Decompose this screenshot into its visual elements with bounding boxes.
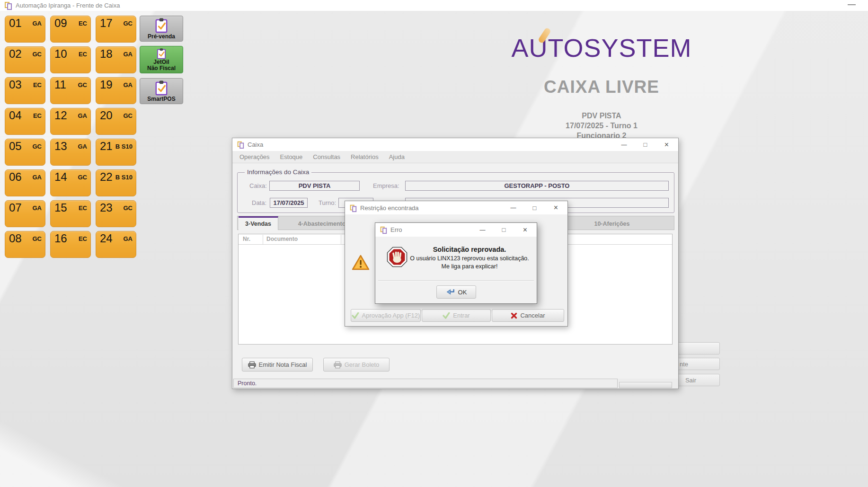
caixa-field-value: PDV PISTA	[299, 182, 331, 189]
side-button-label: JetOil Não Fiscal	[147, 59, 176, 71]
desktop: Automação Ipiranga - Frente de Caixa 01G…	[0, 0, 868, 487]
empresa-field[interactable]: GESTORAPP - POSTO	[405, 181, 669, 191]
menu-item-ajuda[interactable]: Ajuda	[384, 151, 410, 162]
pump-fuel-code: EC	[79, 235, 87, 242]
erro-message: Solicitação reprovada. O usuário LINX123…	[405, 246, 534, 270]
data-field[interactable]: 17/07/2025	[270, 198, 308, 208]
pump-number: 15	[54, 201, 67, 214]
pump-button[interactable]: 09EC	[50, 16, 91, 43]
pump-fuel-code: GA	[124, 235, 133, 242]
pump-number: 07	[9, 201, 22, 214]
pump-fuel-code: GC	[78, 174, 88, 181]
data-field-value: 17/07/2025	[273, 199, 304, 206]
caixa-field[interactable]: PDV PISTA	[269, 181, 360, 191]
app-title: Automação Ipiranga - Frente de Caixa	[16, 2, 120, 9]
pump-number: 12	[54, 109, 67, 122]
pump-button[interactable]: 19GA	[96, 77, 136, 104]
emitir-label: Emitir Nota Fiscal	[259, 361, 307, 368]
pump-button[interactable]: 16EC	[50, 231, 91, 258]
pump-button[interactable]: 17GC	[96, 16, 136, 43]
pump-number: 06	[9, 170, 22, 184]
pump-button[interactable]: 02GC	[5, 46, 45, 73]
pump-button[interactable]: 07GA	[5, 200, 45, 227]
side-button-label: SmartPOS	[147, 96, 175, 102]
column-header-nr: Nr.	[243, 236, 250, 242]
minimize-icon[interactable]: —	[472, 223, 493, 237]
pump-button[interactable]: 21B S10	[96, 139, 136, 166]
pump-number: 10	[54, 47, 67, 61]
info-group-title: Informações do Caixa	[245, 168, 311, 176]
smartpos-button[interactable]: SmartPOS	[140, 78, 183, 104]
column-separator	[263, 235, 263, 244]
minimize-icon[interactable]: —	[503, 201, 524, 214]
pump-fuel-code: GC	[124, 112, 133, 119]
minimize-icon[interactable]	[848, 4, 856, 5]
maximize-icon[interactable]: □	[524, 201, 545, 214]
cancelar-button[interactable]: Cancelar	[492, 309, 564, 322]
empresa-field-value: GESTORAPP - POSTO	[505, 182, 570, 189]
maximize-icon[interactable]: □	[635, 138, 656, 151]
pump-fuel-code: GA	[33, 20, 42, 27]
check-icon	[443, 312, 450, 319]
pump-button[interactable]: 08GC	[5, 231, 45, 258]
aprovacao-app-button[interactable]: Aprovação App (F12)	[351, 309, 421, 322]
cancelar-label: Cancelar	[520, 312, 545, 319]
menu-item-relatorios[interactable]: Relatórios	[345, 151, 384, 162]
pump-button[interactable]: 20GC	[96, 108, 136, 135]
minimize-icon[interactable]: —	[613, 138, 635, 151]
pump-button[interactable]: 11GC	[50, 77, 91, 104]
pump-fuel-code: GA	[78, 112, 88, 119]
entrar-label: Entrar	[453, 312, 469, 319]
ok-label: OK	[458, 289, 467, 296]
pump-button[interactable]: 06GA	[5, 169, 45, 196]
pump-button[interactable]: 05GC	[5, 139, 45, 166]
side-button-label: Pré-venda	[148, 34, 175, 40]
window-icon	[238, 142, 244, 148]
gerar-boleto-button[interactable]: Gerar Boleto	[323, 358, 390, 372]
pump-fuel-code: EC	[79, 204, 87, 212]
pump-button[interactable]: 12GA	[50, 108, 91, 135]
ok-button[interactable]: OK	[436, 285, 476, 299]
menu-item-consultas[interactable]: Consultas	[308, 151, 345, 162]
printer-icon	[334, 361, 342, 369]
menu-item-operacoes[interactable]: Operações	[234, 151, 275, 162]
pump-button[interactable]: 10EC	[50, 46, 91, 73]
pump-button[interactable]: 04EC	[5, 108, 45, 135]
pre-venda-button[interactable]: Pré-venda	[140, 16, 183, 42]
app-icon	[5, 2, 11, 9]
app-titlebar: Automação Ipiranga - Frente de Caixa	[0, 0, 868, 11]
column-separator	[341, 235, 341, 244]
erro-title: Erro	[390, 226, 402, 233]
pump-button[interactable]: 18GA	[96, 46, 136, 73]
entrar-button[interactable]: Entrar	[422, 309, 491, 322]
pump-number: 05	[9, 140, 22, 153]
close-icon[interactable]: ×	[514, 223, 536, 237]
pump-fuel-code: EC	[33, 112, 42, 119]
menu-item-estoque[interactable]: Estoque	[275, 151, 308, 162]
pump-button[interactable]: 24GA	[96, 231, 136, 258]
close-icon[interactable]: ×	[656, 138, 677, 151]
pump-button[interactable]: 15EC	[50, 200, 91, 227]
pump-button[interactable]: 23GC	[96, 200, 136, 227]
maximize-icon[interactable]: □	[493, 223, 514, 237]
divider	[378, 280, 534, 281]
pump-number: 19	[100, 78, 113, 91]
tab-afericoes[interactable]: 10-Aferições	[553, 217, 671, 230]
pump-button[interactable]: 03EC	[5, 77, 45, 104]
pump-number: 04	[9, 109, 22, 122]
tab-vendas[interactable]: 3-Vendas	[239, 216, 278, 230]
pump-button[interactable]: 13GA	[50, 139, 91, 166]
pump-button[interactable]: 01GA	[5, 16, 45, 43]
pump-fuel-code: EC	[79, 51, 87, 58]
pump-fuel-code: GC	[124, 204, 133, 212]
erro-heading: Solicitação reprovada.	[405, 246, 534, 253]
emitir-nota-fiscal-button[interactable]: Emitir Nota Fiscal	[242, 358, 313, 372]
pump-button[interactable]: 22B S10	[96, 169, 136, 196]
pump-button[interactable]: 14GC	[50, 169, 91, 196]
close-icon[interactable]: ×	[545, 201, 567, 214]
status-bar: Pronto.	[232, 379, 678, 389]
pump-number: 24	[100, 232, 113, 245]
pump-fuel-code: GA	[124, 81, 133, 89]
jetoil-nao-fiscal-button[interactable]: JetOil Não Fiscal	[140, 46, 183, 73]
column-header-documento: Documento	[266, 236, 298, 242]
